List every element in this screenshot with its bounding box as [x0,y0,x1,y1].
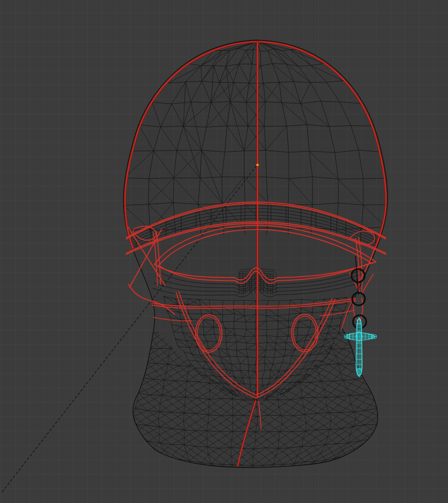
head-wireframe [123,40,389,473]
viewport[interactable] [0,0,448,503]
viewport-3d[interactable] [0,0,448,503]
object-origin-dot [256,163,259,166]
